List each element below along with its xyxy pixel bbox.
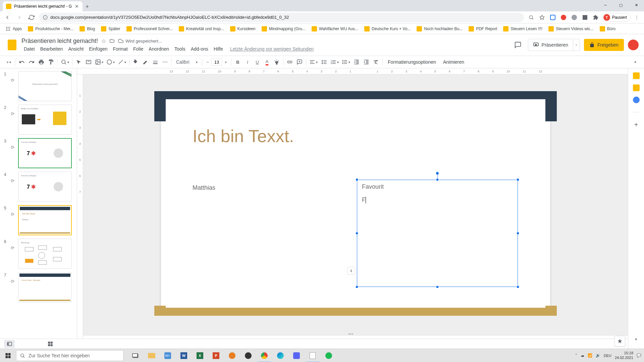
user-avatar[interactable] xyxy=(628,40,639,50)
filmstrip-slide-1[interactable]: 1 ⟳ Präsentieren leicht gemacht! xyxy=(1,71,75,101)
tasks-icon[interactable] xyxy=(633,97,640,103)
taskbar-edge[interactable] xyxy=(272,349,288,362)
present-button[interactable]: Präsentieren xyxy=(528,39,573,51)
new-tab-button[interactable]: + xyxy=(83,2,92,11)
line-tool[interactable]: ▾ xyxy=(116,57,127,67)
start-button[interactable] xyxy=(0,349,16,362)
italic-button[interactable]: I xyxy=(243,57,252,67)
share-button[interactable]: Freigeben xyxy=(584,39,624,51)
border-dash-button[interactable] xyxy=(160,57,170,67)
menu-datei[interactable]: Datei xyxy=(21,46,37,52)
kebab-menu-icon[interactable]: ⋮ xyxy=(632,13,641,22)
taskbar-chrome[interactable] xyxy=(256,349,272,362)
menu-folie[interactable]: Folie xyxy=(131,46,146,52)
filmstrip-slide-2[interactable]: 2 ⟳ Bilder und Grafiken ➡ xyxy=(1,105,75,135)
star-doc-icon[interactable]: ☆ xyxy=(101,38,106,44)
reload-button[interactable] xyxy=(27,13,36,22)
bookmark-apps[interactable]: Apps xyxy=(3,25,24,33)
bold-button[interactable]: B xyxy=(233,57,243,67)
new-slide-button[interactable]: +▾ xyxy=(4,57,13,67)
comment-add-button[interactable] xyxy=(295,57,304,67)
tray-chevron-up-icon[interactable]: ˄ xyxy=(575,353,577,358)
link-button[interactable] xyxy=(285,57,294,67)
taskbar-word[interactable]: W xyxy=(176,349,192,362)
bookmark-item[interactable]: Steuern Lesen !!!! xyxy=(500,25,545,33)
taskbar-spotify[interactable] xyxy=(321,349,337,362)
tray-volume-icon[interactable]: 🔊 xyxy=(596,353,600,358)
tray-clock[interactable]: 15:18 24.02.2021 xyxy=(615,351,633,360)
last-change-link[interactable]: Letzte Änderung vor wenigen Sekunden xyxy=(226,46,314,52)
resize-handle-w[interactable] xyxy=(356,232,358,235)
bookmark-item[interactable]: Steuern Videos wic... xyxy=(546,25,596,33)
doc-title[interactable]: Präsentieren leicht gemacht! xyxy=(21,38,98,45)
format-options-button[interactable]: Formatierungsoptionen xyxy=(384,57,439,67)
indent-decrease-button[interactable] xyxy=(352,57,361,67)
taskbar-app-1[interactable]: 99+ xyxy=(160,349,176,362)
zoom-icon[interactable] xyxy=(527,13,536,22)
tray-cloud-icon[interactable]: ☁ xyxy=(581,353,584,358)
add-panel-button[interactable]: + xyxy=(634,121,638,129)
window-minimize-button[interactable]: ─ xyxy=(598,0,613,10)
tray-notifications-icon[interactable]: 💬 xyxy=(637,353,641,358)
menu-addons[interactable]: Add-ons xyxy=(189,46,211,52)
bookmark-item[interactable]: Produktsuche - Mer... xyxy=(25,25,76,33)
taskbar-app-3[interactable] xyxy=(288,349,305,362)
bookmark-item[interactable]: Noch hochladen Bu... xyxy=(414,25,465,33)
tab-close-icon[interactable]: ✕ xyxy=(74,4,79,9)
resize-handle-sw[interactable] xyxy=(356,286,358,288)
filmstrip-slide-4[interactable]: 4 ⟳ Formen einfügen 7 ✱ xyxy=(1,172,75,202)
numbered-list-button[interactable]: ▾ xyxy=(329,57,340,67)
keep-icon[interactable] xyxy=(633,84,640,91)
ext-icon-3[interactable] xyxy=(570,13,579,22)
indent-increase-button[interactable] xyxy=(362,57,371,67)
shape-tool[interactable]: ▾ xyxy=(105,57,116,67)
redo-button[interactable] xyxy=(27,57,36,67)
slide-title-text[interactable]: Ich bin Texxt. xyxy=(193,126,294,146)
image-tool[interactable]: ▾ xyxy=(94,57,105,67)
grid-view-button[interactable] xyxy=(45,340,56,348)
highlight-button[interactable] xyxy=(272,57,281,67)
browser-tab[interactable]: Präsentieren leicht gemacht! - G ✕ xyxy=(3,1,83,11)
font-size-input[interactable]: 13 xyxy=(211,58,222,66)
taskbar-search[interactable]: Zur Suche Text hier eingeben xyxy=(16,350,123,361)
print-button[interactable] xyxy=(37,57,46,67)
textbox-tool[interactable] xyxy=(84,57,93,67)
comments-button[interactable] xyxy=(512,39,524,51)
bookmark-item[interactable]: Später xyxy=(98,25,123,33)
taskbar-powerpoint[interactable]: P xyxy=(208,349,224,362)
animate-button[interactable]: Animieren xyxy=(440,57,468,67)
filmstrip-view-button[interactable] xyxy=(4,340,15,348)
tray-language[interactable]: DEU xyxy=(604,354,611,358)
font-select[interactable]: Calibri▾ xyxy=(173,57,200,67)
paint-format-button[interactable] xyxy=(46,57,56,67)
ext-icon-1[interactable] xyxy=(548,13,557,22)
slides-logo[interactable] xyxy=(5,38,19,52)
menu-bearbeiten[interactable]: Bearbeiten xyxy=(38,46,65,52)
forward-button[interactable] xyxy=(15,13,24,22)
underline-button[interactable]: U xyxy=(253,57,262,67)
menu-ansicht[interactable]: Ansicht xyxy=(66,46,86,52)
move-doc-icon[interactable] xyxy=(109,38,115,44)
taskbar-app-2[interactable] xyxy=(224,349,240,362)
star-icon[interactable] xyxy=(537,13,547,22)
slide-body-text-left[interactable]: Matthias xyxy=(193,184,215,191)
bookmark-item[interactable]: Blog xyxy=(77,25,98,33)
undo-button[interactable] xyxy=(17,57,26,67)
resize-handle-ne[interactable] xyxy=(517,178,519,181)
selected-textbox[interactable]: Favourit F xyxy=(357,180,518,287)
bookmark-item[interactable]: PDF Report xyxy=(466,25,500,33)
menu-format[interactable]: Format xyxy=(111,46,130,52)
resize-handle-s[interactable] xyxy=(436,286,439,288)
taskbar-excel[interactable]: X xyxy=(192,349,208,362)
explore-button[interactable] xyxy=(614,336,625,347)
font-size-decrease[interactable]: − xyxy=(204,58,211,66)
menu-tools[interactable]: Tools xyxy=(172,46,188,52)
line-spacing-button[interactable] xyxy=(319,57,329,67)
ext-icon-2[interactable] xyxy=(559,13,568,22)
filmstrip-slide-5[interactable]: 5 ⟳ Ich bin Texxt. Matthias xyxy=(1,205,75,235)
taskbar-explorer[interactable] xyxy=(144,349,160,362)
bulleted-list-button[interactable]: ▾ xyxy=(340,57,352,67)
font-size-increase[interactable]: + xyxy=(222,58,229,66)
present-dropdown[interactable] xyxy=(573,39,580,51)
task-view-button[interactable] xyxy=(127,349,144,362)
